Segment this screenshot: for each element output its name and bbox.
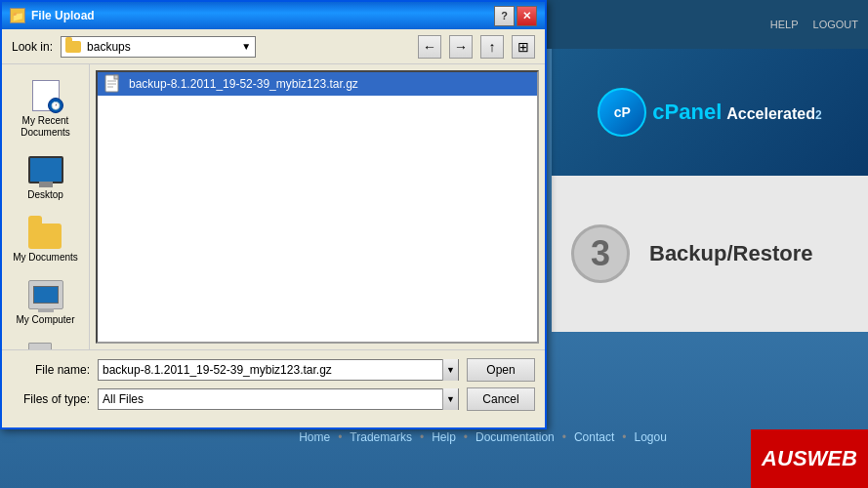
footer-contact[interactable]: Contact <box>574 430 614 444</box>
my-network-icon <box>26 338 65 349</box>
sidebar-item-documents[interactable]: My Documents <box>7 209 85 267</box>
lookin-dropdown-arrow: ▼ <box>241 41 251 52</box>
sidebar-item-recent[interactable]: 🕐 My RecentDocuments <box>7 72 85 142</box>
back-button[interactable]: ← <box>418 35 441 59</box>
lookin-label: Look in: <box>12 40 53 54</box>
filename-input[interactable] <box>99 363 442 377</box>
desktop-icon <box>26 150 65 189</box>
close-button[interactable]: ✕ <box>517 6 537 26</box>
svg-rect-1 <box>114 75 118 79</box>
filetype-label: Files of type: <box>12 392 90 406</box>
filetype-row: Files of type: ▼ Cancel <box>12 387 535 411</box>
file-item[interactable]: backup-8.1.2011_19-52-39_mybiz123.tar.gz <box>98 72 537 96</box>
folder-icon <box>65 41 81 53</box>
cpanel-logo-text: cPanel Accelerated2 <box>652 100 821 125</box>
my-documents-icon <box>26 213 65 252</box>
sidebar-item-desktop[interactable]: Desktop <box>7 146 85 205</box>
up-button[interactable]: ↑ <box>480 35 504 59</box>
dialog-sidebar: 🕐 My RecentDocuments Desktop <box>2 64 90 349</box>
open-button[interactable]: Open <box>467 358 535 382</box>
step-circle: 3 <box>571 224 630 283</box>
filetype-input[interactable] <box>99 392 442 406</box>
sidebar-item-network[interactable]: My Network <box>7 334 85 349</box>
backup-restore-section: 3 Backup/Restore <box>552 176 868 332</box>
dialog-title-text: File Upload <box>31 9 488 22</box>
sidebar-item-computer[interactable]: My Computer <box>7 271 85 330</box>
dialog-body: 🕐 My RecentDocuments Desktop <box>2 64 545 349</box>
cpanel-logo-area: cP cPanel Accelerated2 <box>552 49 868 176</box>
cpanel-logo-circle: cP <box>598 88 646 137</box>
recent-documents-icon: 🕐 <box>26 76 65 115</box>
footer-help[interactable]: Help <box>432 430 456 444</box>
my-computer-icon <box>26 275 65 314</box>
backup-restore-title: Backup/Restore <box>649 241 813 266</box>
filename-row: File name: ▼ Open <box>12 358 535 382</box>
file-upload-dialog: 📁 File Upload ? ✕ Look in: backups ▼ ← →… <box>0 0 547 429</box>
footer-logout[interactable]: Logou <box>635 430 667 444</box>
dialog-titlebar: 📁 File Upload ? ✕ <box>2 2 545 29</box>
filename-label: File name: <box>12 363 90 377</box>
dialog-title-icon: 📁 <box>10 8 25 23</box>
ausweb-logo: AUSWEB <box>751 429 868 488</box>
lookin-value: backups <box>87 40 131 54</box>
sidebar-documents-label: My Documents <box>13 252 78 264</box>
help-link[interactable]: HELP <box>770 19 799 30</box>
cancel-button[interactable]: Cancel <box>467 387 535 411</box>
top-bar: HELP LOGOUT <box>536 0 868 49</box>
lookin-dropdown[interactable]: backups ▼ <box>61 36 256 58</box>
forward-button[interactable]: → <box>449 35 473 59</box>
view-button[interactable]: ⊞ <box>512 35 535 59</box>
dialog-toolbar: Look in: backups ▼ ← → ↑ ⊞ <box>2 29 545 64</box>
filetype-dropdown-arrow[interactable]: ▼ <box>442 388 458 410</box>
dialog-title-buttons: ? ✕ <box>494 6 537 26</box>
footer-trademarks[interactable]: Trademarks <box>350 430 412 444</box>
sidebar-desktop-label: Desktop <box>27 189 63 201</box>
dialog-form: File name: ▼ Open Files of type: ▼ Cance… <box>2 349 545 427</box>
sidebar-recent-label: My RecentDocuments <box>21 115 70 139</box>
dialog-window: 📁 File Upload ? ✕ Look in: backups ▼ ← →… <box>0 0 547 429</box>
filename-input-wrapper: ▼ <box>98 359 459 381</box>
sidebar-computer-label: My Computer <box>16 314 74 326</box>
help-button[interactable]: ? <box>494 6 515 26</box>
file-icon <box>103 74 123 94</box>
file-list-area[interactable]: backup-8.1.2011_19-52-39_mybiz123.tar.gz <box>96 70 539 344</box>
footer-home[interactable]: Home <box>299 430 330 444</box>
logout-link[interactable]: LOGOUT <box>813 19 858 30</box>
footer-documentation[interactable]: Documentation <box>475 430 555 444</box>
file-name: backup-8.1.2011_19-52-39_mybiz123.tar.gz <box>129 77 358 91</box>
filename-dropdown-arrow[interactable]: ▼ <box>442 359 458 381</box>
filetype-input-wrapper: ▼ <box>98 388 459 410</box>
